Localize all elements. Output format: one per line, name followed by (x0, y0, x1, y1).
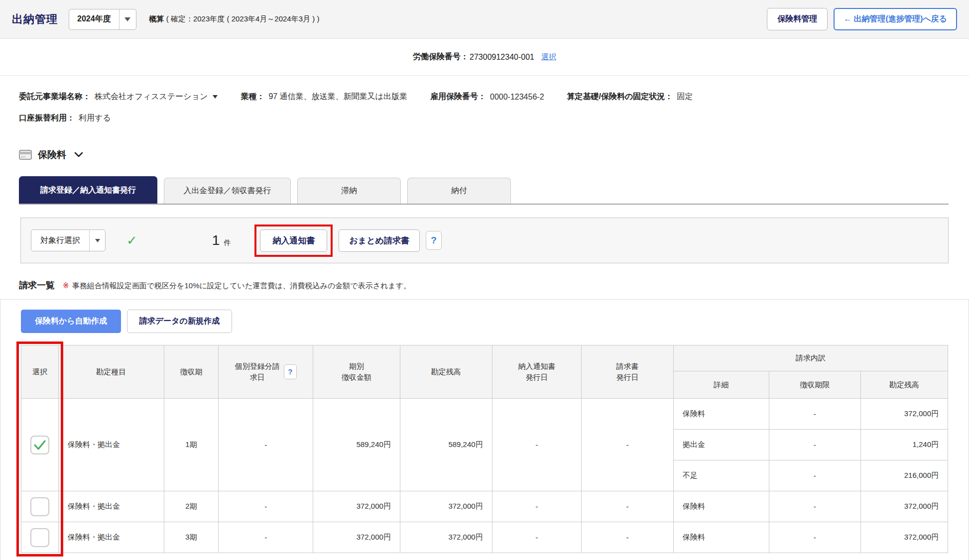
premium-tabs: 請求登録／納入通知書発行 入出金登録／領収書発行 滞納 納付 (19, 176, 949, 205)
premium-management-button[interactable]: 保険料管理 (767, 8, 828, 30)
chevron-down-icon (124, 17, 130, 21)
note-text: 事務組合情報設定画面で税区分を10%に設定していた運営費は、消費税込みの金額で表… (72, 281, 411, 290)
period-cell: 3期 (164, 522, 219, 553)
invoice-date-cell: - (582, 522, 674, 553)
employment-insurance-value: 0000-123456-2 (490, 93, 544, 102)
table-row: 保険料・拠出金 1期 - 589,240円 589,240円 - - 保険料 -… (21, 399, 948, 430)
row-checkbox[interactable] (30, 528, 49, 547)
detail-amount-cell: 216,000円 (861, 460, 948, 491)
account-transfer-value: 利用する (79, 113, 111, 123)
detail-due-cell: - (769, 430, 861, 460)
create-new-invoice-data-button[interactable]: 請求データの新規作成 (127, 310, 232, 333)
detail-amount-cell: 372,000円 (861, 522, 948, 553)
account-transfer-label: 口座振替利用： (19, 113, 75, 123)
row-checkbox[interactable] (30, 497, 49, 516)
approx-label: 概算 (149, 14, 164, 23)
tab-deposit-withdrawal-receipt-issue[interactable]: 入出金登録／領収書発行 (164, 178, 291, 204)
col-header-detail: 詳細 (673, 371, 769, 399)
selected-count: 1 件 (212, 232, 231, 248)
balance-cell: 589,240円 (400, 399, 492, 491)
calc-basis-pair: 算定基礎/保険料の固定状況： 固定 (567, 92, 693, 102)
check-icon: ✓ (126, 233, 137, 248)
detail-amount-cell: 372,000円 (861, 491, 948, 522)
chevron-down-icon (95, 239, 100, 242)
notice-date-cell: - (492, 522, 582, 553)
col-header-account-balance: 勘定残高 (400, 345, 492, 399)
detail-due-cell: - (769, 399, 861, 430)
employment-insurance-label: 雇用保険番号： (430, 92, 486, 102)
page-title: 出納管理 (12, 12, 58, 27)
period-amount-cell: 372,000円 (313, 522, 400, 553)
detail-amount-cell: 1,240円 (861, 430, 948, 460)
chevron-down-icon (213, 95, 218, 99)
account-type-cell: 保険料・拠出金 (59, 522, 164, 553)
selected-count-unit: 件 (224, 238, 231, 247)
invoice-list-panel: 保険料から自動作成 請求データの新規作成 選択 勘定種目 徴収期 個別登録分請 … (0, 299, 969, 560)
labour-insurance-row: 労働保険番号： 27300912340-001 選択 (0, 39, 969, 76)
approx-detail: ( 確定：2023年度 ( 2023年4月～2024年3月 ) ) (166, 14, 320, 23)
labour-insurance-label: 労働保険番号： (413, 52, 469, 62)
period-cell: 1期 (164, 399, 219, 491)
tab-arrears[interactable]: 滞納 (297, 178, 401, 204)
bundle-invoice-button[interactable]: おまとめ請求書 (339, 229, 420, 252)
row-select-cell (21, 491, 59, 522)
account-transfer-pair: 口座振替利用： 利用する (19, 113, 111, 123)
payment-notice-button[interactable]: 納入通知書 (260, 229, 327, 252)
col-header-collection-period: 徴収期 (164, 345, 219, 399)
table-row: 保険料・拠出金 3期 - 372,000円 372,000円 - - 保険料 -… (21, 522, 948, 553)
help-icon[interactable]: ? (284, 364, 297, 379)
detail-due-cell: - (769, 522, 861, 553)
info-row-1: 委託元事業場名称： 株式会社オフィスステーション 業種： 97 通信業、放送業、… (19, 92, 950, 102)
account-type-cell: 保険料・拠出金 (59, 399, 164, 491)
col-header-account-type: 勘定種目 (59, 345, 164, 399)
target-row-select-dropdown[interactable]: 対象行選択 (31, 229, 106, 251)
individual-date-cell: - (219, 399, 313, 491)
target-row-select-arrow[interactable] (89, 230, 105, 251)
col-header-sub-balance: 勘定残高 (861, 371, 948, 399)
detail-label-cell: 不足 (673, 460, 769, 491)
detail-label-cell: 拠出金 (673, 430, 769, 460)
target-row-select-label: 対象行選択 (31, 230, 89, 251)
premium-section-header[interactable]: 保険料 (19, 148, 969, 161)
year-select-dropdown[interactable]: 2024年度 (69, 9, 136, 30)
selection-toolbar: 対象行選択 ✓ 1 件 納入通知書 おまとめ請求書 ? (20, 218, 949, 263)
calc-basis-value: 固定 (677, 92, 693, 102)
individual-request-date-label: 個別登録分請 求日 (235, 361, 280, 383)
note-asterisk-mark: ※ (63, 281, 69, 290)
col-header-notice-issue-date: 納入通知書 発行日 (492, 345, 582, 399)
row-select-cell (21, 399, 59, 491)
tab-invoice-register-notice-issue[interactable]: 請求登録／納入通知書発行 (19, 176, 157, 204)
detail-label-cell: 保険料 (673, 491, 769, 522)
info-row-2: 口座振替利用： 利用する (19, 113, 950, 123)
invoice-list-title: 請求一覧 (19, 279, 55, 291)
labour-insurance-number: 27300912340-001 (470, 53, 534, 62)
col-header-period-amount: 期別 徴収金額 (313, 345, 400, 399)
period-cell: 2期 (164, 491, 219, 522)
help-icon[interactable]: ? (426, 231, 442, 250)
individual-date-cell: - (219, 491, 313, 522)
detail-due-cell: - (769, 491, 861, 522)
detail-due-cell: - (769, 460, 861, 491)
client-workplace-pair: 委託元事業場名称： 株式会社オフィスステーション (19, 92, 218, 102)
card-icon (19, 150, 32, 160)
calc-basis-label: 算定基礎/保険料の固定状況： (567, 92, 673, 102)
client-workplace-dropdown[interactable]: 株式会社オフィスステーション (95, 92, 218, 102)
period-amount-cell: 589,240円 (313, 399, 400, 491)
invoice-table-wrap: 選択 勘定種目 徴収期 個別登録分請 求日 ? 期別 徴収金額 勘定残高 納入通… (21, 345, 948, 553)
client-workplace-value: 株式会社オフィスステーション (95, 92, 208, 102)
detail-label-cell: 保険料 (673, 399, 769, 430)
industry-pair: 業種： 97 通信業、放送業、新聞業又は出版業 (241, 92, 407, 102)
back-to-progress-button[interactable]: ← 出納管理(進捗管理)へ戻る (834, 8, 957, 30)
check-icon (33, 440, 46, 450)
invoice-action-buttons: 保険料から自動作成 請求データの新規作成 (21, 310, 948, 333)
col-header-invoice-issue-date: 請求書 発行日 (582, 345, 674, 399)
invoice-list-heading: 請求一覧 ※ 事務組合情報設定画面で税区分を10%に設定していた運営費は、消費税… (19, 279, 949, 291)
year-select-arrow[interactable] (119, 9, 136, 29)
premium-section-title: 保険料 (38, 148, 66, 161)
row-checkbox[interactable] (30, 436, 49, 454)
tab-payment[interactable]: 納付 (407, 178, 511, 204)
labour-insurance-select-link[interactable]: 選択 (541, 52, 556, 62)
period-amount-cell: 372,000円 (313, 491, 400, 522)
auto-create-from-premium-button[interactable]: 保険料から自動作成 (21, 310, 121, 333)
chevron-down-icon[interactable] (74, 150, 83, 159)
